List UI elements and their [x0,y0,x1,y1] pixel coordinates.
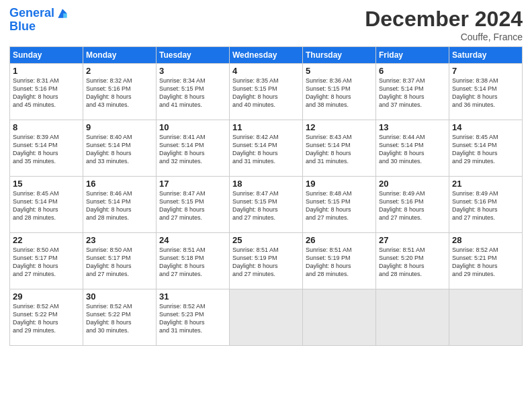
day-number: 4 [232,66,300,76]
day-number: 15 [13,179,80,189]
day-number: 6 [379,66,446,76]
calendar-cell: 13Sunrise: 8:44 AM Sunset: 5:14 PM Dayli… [376,120,449,177]
day-number: 9 [86,122,153,132]
day-header-thursday: Thursday [303,47,376,64]
calendar-body: 1Sunrise: 8:31 AM Sunset: 5:16 PM Daylig… [10,64,523,346]
day-info: Sunrise: 8:31 AM Sunset: 5:16 PM Dayligh… [13,77,80,109]
day-header-wednesday: Wednesday [230,47,303,64]
day-info: Sunrise: 8:39 AM Sunset: 5:14 PM Dayligh… [13,133,80,166]
day-number: 29 [13,291,80,302]
day-header-sunday: Sunday [10,47,83,64]
day-number: 14 [452,122,519,132]
day-header-tuesday: Tuesday [157,47,230,64]
calendar-cell: 31Sunrise: 8:52 AM Sunset: 5:23 PM Dayli… [157,289,230,346]
day-info: Sunrise: 8:41 AM Sunset: 5:14 PM Dayligh… [159,133,226,166]
day-number: 17 [159,179,226,189]
month-title: December 2024 [365,7,523,32]
day-number: 13 [379,122,446,132]
calendar-cell: 6Sunrise: 8:37 AM Sunset: 5:14 PM Daylig… [376,64,449,120]
calendar-cell: 12Sunrise: 8:43 AM Sunset: 5:14 PM Dayli… [303,120,376,177]
calendar-cell: 9Sunrise: 8:40 AM Sunset: 5:14 PM Daylig… [83,120,157,177]
day-header-saturday: Saturday [449,47,523,64]
day-info: Sunrise: 8:45 AM Sunset: 5:14 PM Dayligh… [13,189,80,222]
logo-text: General [9,7,54,20]
day-info: Sunrise: 8:35 AM Sunset: 5:15 PM Dayligh… [232,77,300,109]
day-info: Sunrise: 8:47 AM Sunset: 5:15 PM Dayligh… [232,189,300,222]
title-section: December 2024 Couffe, France [365,7,523,42]
calendar-cell: 18Sunrise: 8:47 AM Sunset: 5:15 PM Dayli… [230,177,303,233]
calendar-cell: 7Sunrise: 8:38 AM Sunset: 5:14 PM Daylig… [449,64,523,120]
day-number: 28 [452,235,519,245]
day-number: 27 [379,235,446,245]
calendar-cell: 19Sunrise: 8:48 AM Sunset: 5:15 PM Dayli… [303,177,376,233]
day-number: 23 [86,235,153,245]
calendar-cell: 8Sunrise: 8:39 AM Sunset: 5:14 PM Daylig… [10,120,83,177]
calendar-week-3: 15Sunrise: 8:45 AM Sunset: 5:14 PM Dayli… [10,177,523,233]
day-number: 30 [86,291,153,302]
calendar-cell [230,289,303,346]
calendar-cell: 25Sunrise: 8:51 AM Sunset: 5:19 PM Dayli… [230,233,303,289]
header: General Blue December 2024 Couffe, Franc… [9,7,523,42]
day-number: 18 [232,179,300,189]
day-info: Sunrise: 8:51 AM Sunset: 5:19 PM Dayligh… [306,246,373,279]
calendar-cell: 10Sunrise: 8:41 AM Sunset: 5:14 PM Dayli… [157,120,230,177]
day-info: Sunrise: 8:36 AM Sunset: 5:15 PM Dayligh… [306,77,373,109]
calendar-cell: 14Sunrise: 8:45 AM Sunset: 5:14 PM Dayli… [449,120,523,177]
page-container: General Blue December 2024 Couffe, Franc… [0,0,532,351]
day-info: Sunrise: 8:48 AM Sunset: 5:15 PM Dayligh… [306,189,373,222]
calendar-cell: 2Sunrise: 8:32 AM Sunset: 5:16 PM Daylig… [83,64,157,120]
day-number: 8 [13,122,80,132]
day-number: 22 [13,235,80,245]
day-number: 7 [452,66,519,76]
calendar-cell: 15Sunrise: 8:45 AM Sunset: 5:14 PM Dayli… [10,177,83,233]
calendar-cell: 5Sunrise: 8:36 AM Sunset: 5:15 PM Daylig… [303,64,376,120]
day-info: Sunrise: 8:32 AM Sunset: 5:16 PM Dayligh… [86,77,153,109]
day-info: Sunrise: 8:42 AM Sunset: 5:14 PM Dayligh… [232,133,300,166]
day-info: Sunrise: 8:51 AM Sunset: 5:18 PM Dayligh… [159,246,226,279]
day-number: 5 [306,66,373,76]
day-info: Sunrise: 8:38 AM Sunset: 5:14 PM Dayligh… [452,77,519,109]
day-info: Sunrise: 8:43 AM Sunset: 5:14 PM Dayligh… [306,133,373,166]
day-info: Sunrise: 8:49 AM Sunset: 5:16 PM Dayligh… [379,189,446,222]
day-number: 12 [306,122,373,132]
day-header-monday: Monday [83,47,157,64]
day-number: 20 [379,179,446,189]
day-number: 2 [86,66,153,76]
day-info: Sunrise: 8:44 AM Sunset: 5:14 PM Dayligh… [379,133,446,166]
day-header-friday: Friday [376,47,449,64]
calendar-cell: 17Sunrise: 8:47 AM Sunset: 5:15 PM Dayli… [157,177,230,233]
day-number: 31 [159,291,226,302]
calendar-cell: 28Sunrise: 8:52 AM Sunset: 5:21 PM Dayli… [449,233,523,289]
day-info: Sunrise: 8:51 AM Sunset: 5:20 PM Dayligh… [379,246,446,279]
day-number: 3 [159,66,226,76]
day-number: 21 [452,179,519,189]
logo: General Blue [9,7,69,34]
calendar-cell: 21Sunrise: 8:49 AM Sunset: 5:16 PM Dayli… [449,177,523,233]
calendar-cell: 4Sunrise: 8:35 AM Sunset: 5:15 PM Daylig… [230,64,303,120]
day-info: Sunrise: 8:51 AM Sunset: 5:19 PM Dayligh… [232,246,300,279]
day-info: Sunrise: 8:49 AM Sunset: 5:16 PM Dayligh… [452,189,519,222]
day-info: Sunrise: 8:40 AM Sunset: 5:14 PM Dayligh… [86,133,153,166]
day-info: Sunrise: 8:52 AM Sunset: 5:21 PM Dayligh… [452,246,519,279]
day-number: 10 [159,122,226,132]
day-number: 1 [13,66,80,76]
calendar-week-4: 22Sunrise: 8:50 AM Sunset: 5:17 PM Dayli… [10,233,523,289]
calendar-cell: 3Sunrise: 8:34 AM Sunset: 5:15 PM Daylig… [157,64,230,120]
day-number: 11 [232,122,300,132]
day-info: Sunrise: 8:50 AM Sunset: 5:17 PM Dayligh… [13,246,80,279]
calendar-table: SundayMondayTuesdayWednesdayThursdayFrid… [9,46,523,346]
day-number: 19 [306,179,373,189]
day-info: Sunrise: 8:45 AM Sunset: 5:14 PM Dayligh… [452,133,519,166]
day-info: Sunrise: 8:52 AM Sunset: 5:22 PM Dayligh… [13,302,80,335]
calendar-cell: 11Sunrise: 8:42 AM Sunset: 5:14 PM Dayli… [230,120,303,177]
calendar-cell [376,289,449,346]
day-info: Sunrise: 8:50 AM Sunset: 5:17 PM Dayligh… [86,246,153,279]
calendar-cell: 30Sunrise: 8:52 AM Sunset: 5:22 PM Dayli… [83,289,157,346]
calendar-cell [449,289,523,346]
logo-text2: Blue [9,20,36,34]
day-info: Sunrise: 8:46 AM Sunset: 5:14 PM Dayligh… [86,189,153,222]
calendar-cell: 22Sunrise: 8:50 AM Sunset: 5:17 PM Dayli… [10,233,83,289]
calendar-cell: 26Sunrise: 8:51 AM Sunset: 5:19 PM Dayli… [303,233,376,289]
day-info: Sunrise: 8:52 AM Sunset: 5:23 PM Dayligh… [159,302,226,335]
calendar-cell [303,289,376,346]
